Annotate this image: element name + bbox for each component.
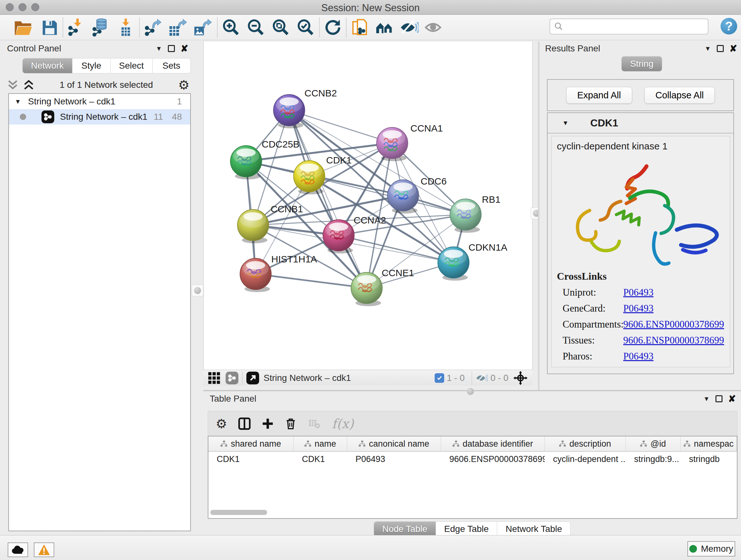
gene-header[interactable]: ▼ CDK1 xyxy=(548,113,733,133)
expand-all-button[interactable]: Expand All xyxy=(566,87,632,104)
node-CDK1[interactable]: CDK1 xyxy=(293,155,352,194)
import-network-file-button[interactable] xyxy=(68,17,86,38)
column-header-canonical-name[interactable]: canonical name xyxy=(347,436,441,451)
crosslink-link[interactable]: P06493 xyxy=(623,287,654,298)
export-image-button[interactable] xyxy=(193,17,212,38)
apply-layout-button[interactable] xyxy=(324,17,341,38)
column-header-name[interactable]: name xyxy=(293,436,347,451)
add-column-icon[interactable] xyxy=(262,418,274,430)
crosslink-link[interactable]: 9606.ENSP00000378699 xyxy=(623,319,724,330)
crosslink-label: Pharos: xyxy=(562,351,623,362)
node-CCNA1[interactable]: CCNA1 xyxy=(377,123,443,161)
memory-button[interactable]: Memory xyxy=(687,541,735,557)
column-header-database-identifier[interactable]: database identifier xyxy=(441,436,545,451)
export-network-button[interactable] xyxy=(144,17,163,38)
tab-select[interactable]: Select xyxy=(111,58,152,73)
hide-glass-eye-button[interactable] xyxy=(400,17,419,38)
tab-node-table[interactable]: Node Table xyxy=(374,521,436,537)
panel-close-icon[interactable]: ✘ xyxy=(181,45,188,52)
import-table-button[interactable] xyxy=(118,17,135,38)
gene-expander-icon[interactable]: ▼ xyxy=(562,119,569,127)
network-collection-row[interactable]: ▼ String Network – cdk1 1 xyxy=(9,94,190,109)
detach-view-icon[interactable] xyxy=(246,372,259,384)
tab-network[interactable]: Network xyxy=(22,58,72,73)
string-home-button[interactable] xyxy=(375,17,394,38)
column-header-description[interactable]: description xyxy=(545,436,626,451)
edge-HIST1H1A-CCNE1[interactable] xyxy=(256,274,367,288)
selected-count-checkbox[interactable] xyxy=(434,373,444,383)
zoom-selected-button[interactable] xyxy=(297,17,315,38)
help-button[interactable]: ? xyxy=(721,18,737,35)
column-source-icon xyxy=(640,440,647,447)
node-CCNE1[interactable]: CCNE1 xyxy=(351,267,414,306)
delete-column-icon[interactable] xyxy=(285,417,297,430)
tab-edge-table[interactable]: Edge Table xyxy=(436,521,497,537)
crosslink-link[interactable]: P06493 xyxy=(623,351,654,362)
grid-view-icon[interactable] xyxy=(208,372,220,384)
table-cell[interactable]: stringdb xyxy=(681,454,737,464)
node-CDKN1A[interactable]: CDKN1A xyxy=(438,242,508,281)
panel-close-icon[interactable]: ✘ xyxy=(730,45,737,52)
zoom-fit-button[interactable] xyxy=(272,17,290,38)
crosslink-link[interactable]: 9606.ENSP00000378699 xyxy=(623,334,724,346)
show-eye-button[interactable] xyxy=(424,17,442,38)
panel-float-icon[interactable] xyxy=(716,395,723,402)
table-cell[interactable]: stringdb:9... xyxy=(626,454,681,464)
node-HIST1H1A[interactable]: HIST1H1A xyxy=(240,254,317,292)
eye-icon xyxy=(424,20,442,35)
column-header--id[interactable]: @id xyxy=(626,436,681,451)
tab-style[interactable]: Style xyxy=(72,58,111,73)
share-document-button[interactable] xyxy=(351,17,369,38)
save-session-button[interactable] xyxy=(41,17,58,38)
vertical-splitter-dot[interactable] xyxy=(467,388,474,395)
table-cell[interactable]: cyclin-dependent ... xyxy=(545,454,626,464)
table-cell[interactable]: 9606.ENSP00000378699 xyxy=(441,454,545,464)
table-options-gear-icon[interactable]: ⚙ xyxy=(216,417,227,430)
open-session-button[interactable] xyxy=(13,17,32,38)
warnings-button[interactable] xyxy=(34,543,54,557)
node-RB1[interactable]: RB1 xyxy=(450,194,500,233)
fit-selected-crosshair-icon[interactable] xyxy=(514,371,528,385)
panel-menu-icon[interactable]: ▼ xyxy=(703,395,710,402)
tab-network-table[interactable]: Network Table xyxy=(497,521,570,537)
cloud-status-button[interactable] xyxy=(8,543,28,557)
edge-CCNB2-CCNA1[interactable] xyxy=(289,110,392,143)
protein-structure-image xyxy=(554,153,727,268)
table-cell[interactable]: CDK1 xyxy=(208,454,293,464)
network-canvas[interactable]: CCNB2CCNA1CDC25BCDK1CDC6RB1CCNB1CCNA2CDK… xyxy=(203,42,533,370)
column-header-namespac[interactable]: namespac xyxy=(681,436,737,451)
left-splitter-handle[interactable] xyxy=(192,285,203,296)
zoom-in-button[interactable] xyxy=(222,17,240,38)
collapse-all-button[interactable]: Collapse All xyxy=(644,87,715,104)
expand-all-icon[interactable] xyxy=(23,79,35,91)
network-options-gear-icon[interactable]: ⚙ xyxy=(178,78,190,91)
table-cell[interactable]: P06493 xyxy=(347,454,441,464)
import-network-database-button[interactable] xyxy=(92,17,112,38)
search-input[interactable] xyxy=(563,22,701,32)
crosslink-link[interactable]: P06493 xyxy=(623,303,654,314)
panel-float-icon[interactable] xyxy=(717,45,724,52)
tab-sets[interactable]: Sets xyxy=(152,58,191,73)
column-header-shared-name[interactable]: shared name xyxy=(208,436,293,451)
search-box[interactable] xyxy=(549,18,709,35)
panel-menu-icon[interactable]: ▼ xyxy=(156,45,162,52)
table-row[interactable]: CDK1CDK1P064939606.ENSP00000378699cyclin… xyxy=(208,452,737,466)
panel-float-icon[interactable] xyxy=(168,45,175,52)
control-panel-title: Control Panel xyxy=(7,44,61,54)
node-table[interactable]: shared namenamecanonical namedatabase id… xyxy=(208,436,738,519)
titlebar: Session: New Session xyxy=(0,0,741,15)
collapse-all-icon[interactable] xyxy=(7,79,18,91)
node-label-HIST1H1A: HIST1H1A xyxy=(271,254,317,264)
table-cell[interactable]: CDK1 xyxy=(293,454,347,464)
collection-expander-icon[interactable]: ▼ xyxy=(15,98,21,105)
birdseye-share-icon[interactable] xyxy=(226,372,239,384)
panel-menu-icon[interactable]: ▼ xyxy=(704,45,711,52)
show-columns-icon[interactable] xyxy=(238,417,251,430)
zoom-out-button[interactable] xyxy=(247,17,265,38)
hidden-count: 0 - 0 xyxy=(490,373,509,383)
panel-close-icon[interactable]: ✘ xyxy=(728,395,736,402)
table-horizontal-scrollbar[interactable] xyxy=(210,510,267,515)
tab-string[interactable]: String xyxy=(621,56,662,71)
network-row[interactable]: String Network – cdk1 11 48 xyxy=(9,109,190,125)
export-table-button[interactable] xyxy=(169,17,188,38)
